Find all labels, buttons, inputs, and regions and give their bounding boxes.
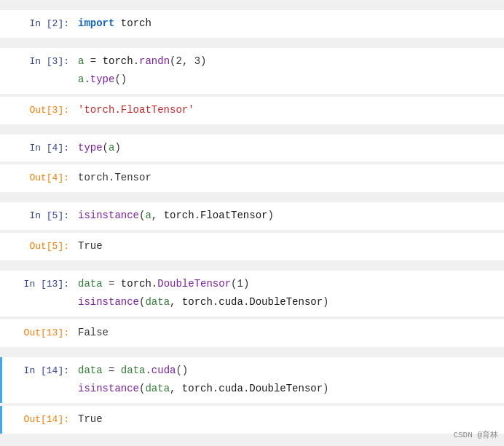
output-cell: Out[4]:torch.Tensor bbox=[0, 164, 504, 192]
output-cell: Out[3]:'torch.FloatTensor' bbox=[0, 97, 504, 124]
code-line: isinstance(a, torch.FloatTensor) bbox=[75, 208, 504, 224]
code-line: type(a) bbox=[75, 140, 504, 156]
code-line: False bbox=[75, 325, 504, 341]
input-prompt: In [2]: bbox=[2, 18, 75, 29]
input-prompt: In [4]: bbox=[2, 143, 75, 154]
output-cell: Out[5]:True bbox=[0, 233, 504, 260]
code-line: import torch bbox=[75, 16, 504, 32]
input-cell[interactable]: In [5]:isinstance(a, torch.FloatTensor) bbox=[0, 202, 504, 230]
input-prompt: In [5]: bbox=[2, 210, 75, 221]
output-prompt: Out[3]: bbox=[2, 105, 75, 116]
input-cell[interactable]: In [13]:data = torch.DoubleTensor(1)isin… bbox=[0, 271, 504, 316]
output-cell: Out[14]:True bbox=[0, 406, 504, 434]
code-line: torch.Tensor bbox=[75, 170, 504, 186]
output-prompt: Out[13]: bbox=[2, 327, 75, 338]
input-prompt: In [3]: bbox=[2, 56, 75, 67]
input-prompt: In [14]: bbox=[2, 365, 75, 376]
code-line: 'torch.FloatTensor' bbox=[75, 103, 504, 119]
output-prompt: Out[14]: bbox=[2, 414, 75, 425]
code-line: data = torch.DoubleTensor(1) bbox=[75, 276, 504, 292]
code-line: isinstance(data, torch.cuda.DoubleTensor… bbox=[75, 381, 504, 397]
code-line: a = torch.randn(2, 3) bbox=[75, 54, 504, 70]
code-line: True bbox=[75, 239, 504, 255]
input-cell[interactable]: In [14]:data = data.cuda()isinstance(dat… bbox=[0, 357, 504, 403]
code-line: data = data.cuda() bbox=[75, 363, 504, 379]
input-cell[interactable]: In [4]:type(a) bbox=[0, 135, 504, 162]
code-line: a.type() bbox=[75, 72, 504, 88]
input-cell[interactable]: In [3]:a = torch.randn(2, 3)a.type() bbox=[0, 48, 504, 94]
notebook: In [2]:import torchIn [3]:a = torch.rand… bbox=[0, 0, 504, 446]
input-cell[interactable]: In [2]:import torch bbox=[0, 10, 504, 38]
code-line: True bbox=[75, 412, 504, 428]
input-prompt: In [13]: bbox=[2, 279, 75, 290]
watermark: CSDN @育林 bbox=[453, 429, 498, 440]
output-prompt: Out[5]: bbox=[2, 241, 75, 252]
code-line: isinstance(data, torch.cuda.DoubleTensor… bbox=[75, 295, 504, 311]
output-prompt: Out[4]: bbox=[2, 172, 75, 183]
output-cell: Out[13]:False bbox=[0, 319, 504, 347]
